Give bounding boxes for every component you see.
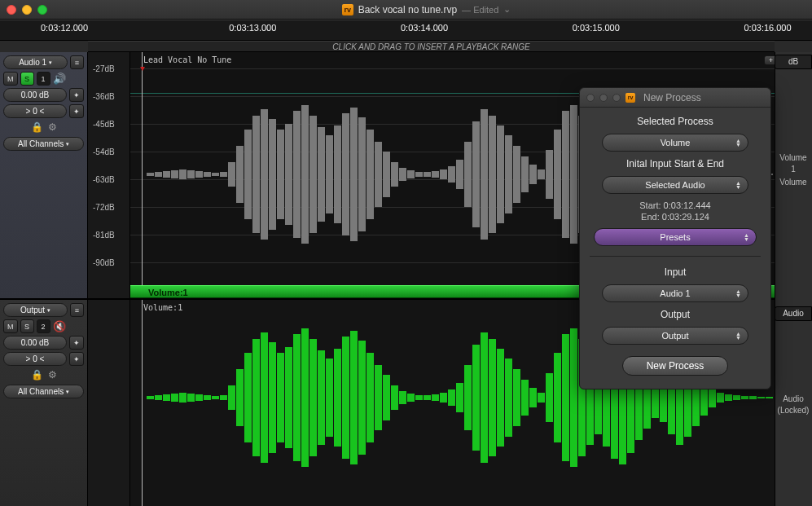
dialog-titlebar[interactable]: rv New Process <box>580 88 770 108</box>
mute-button[interactable]: M <box>3 72 18 86</box>
svg-rect-41 <box>464 142 472 207</box>
svg-rect-19 <box>285 124 292 225</box>
selected-process-select[interactable]: Volume ▲▼ <box>602 134 748 152</box>
gain-adjust-button[interactable]: ✦ <box>69 88 84 102</box>
pan-field[interactable]: > 0 < <box>3 352 67 366</box>
svg-rect-23 <box>318 127 325 222</box>
solo-button[interactable]: S <box>20 319 34 333</box>
svg-rect-104 <box>326 359 333 437</box>
svg-rect-100 <box>293 334 301 461</box>
dialog-zoom-button[interactable] <box>612 94 621 102</box>
svg-rect-111 <box>383 375 390 420</box>
svg-rect-86 <box>179 393 187 403</box>
svg-rect-92 <box>228 385 235 410</box>
svg-rect-82 <box>147 396 154 399</box>
svg-rect-126 <box>505 359 512 437</box>
channels-select[interactable]: All Channels ▾ <box>3 385 84 398</box>
timeline-ruler[interactable]: 0:03:12.000 0:03:13.0000:03:14.0000:03:1… <box>0 20 812 41</box>
edited-indicator[interactable]: — Edited <box>462 5 498 15</box>
svg-rect-28 <box>358 117 366 231</box>
input-range-select[interactable]: Selected Audio ▲▼ <box>602 176 748 194</box>
track-menu-button[interactable]: ≡ <box>70 303 84 317</box>
svg-rect-17 <box>269 119 276 230</box>
svg-rect-117 <box>432 394 439 401</box>
track-name-select[interactable]: Output ▾ <box>3 303 68 317</box>
gain-field[interactable]: 0.00 dB <box>3 336 67 350</box>
zoom-window-button[interactable] <box>37 5 47 15</box>
svg-rect-20 <box>293 111 301 238</box>
ruler-tick: 0:03:16.000 <box>744 23 792 33</box>
ruler-tick: 0:03:12.000 <box>41 23 88 33</box>
solo-button[interactable]: S <box>20 72 34 86</box>
svg-rect-2 <box>147 173 154 176</box>
channels-select[interactable]: All Channels ▾ <box>3 137 84 151</box>
svg-rect-38 <box>440 169 447 179</box>
gain-adjust-button[interactable]: ✦ <box>69 336 84 350</box>
select-arrows-icon: ▲▼ <box>744 233 749 241</box>
dialog-close-button[interactable] <box>586 94 595 102</box>
db-label: -27dB <box>93 64 115 73</box>
svg-rect-51 <box>546 150 553 199</box>
playback-range-hint[interactable]: CLICK AND DRAG TO INSERT A PLAYBACK RANG… <box>88 41 775 52</box>
lock-icon[interactable]: 🔒 <box>31 121 43 133</box>
svg-rect-97 <box>269 342 276 453</box>
track-header-audio1: Audio 1 ▾ ≡ M S 1 🔊 0.00 dB ✦ > 0 < ✦ 🔒 … <box>0 52 88 298</box>
clip-name-label: Volume:1 <box>143 303 182 312</box>
svg-rect-22 <box>309 116 317 233</box>
svg-rect-95 <box>252 339 260 456</box>
gear-icon[interactable]: ⚙ <box>48 121 57 133</box>
pan-adjust-button[interactable]: ✦ <box>69 104 84 118</box>
svg-rect-5 <box>171 170 178 178</box>
output-select[interactable]: Output ▲▼ <box>602 327 748 345</box>
output-label: Output <box>661 309 690 320</box>
db-label: -90dB <box>93 258 115 267</box>
gear-icon[interactable]: ⚙ <box>48 369 57 381</box>
svg-rect-89 <box>204 395 211 400</box>
locked-label: (Locked) <box>776 406 810 415</box>
svg-rect-113 <box>399 391 406 404</box>
volume-label-2: Volume <box>776 178 810 187</box>
app-icon: rv <box>625 93 635 103</box>
svg-rect-130 <box>538 393 545 403</box>
track-menu-button[interactable]: ≡ <box>70 55 84 69</box>
input-label: Input <box>665 266 687 278</box>
db-tab[interactable]: dB <box>775 55 812 69</box>
pan-adjust-button[interactable]: ✦ <box>69 352 84 366</box>
svg-rect-102 <box>309 339 317 456</box>
svg-rect-154 <box>733 395 740 400</box>
svg-rect-15 <box>252 116 260 233</box>
lock-icon[interactable]: 🔒 <box>31 369 43 381</box>
svg-rect-40 <box>456 160 463 189</box>
edited-chevron-icon[interactable]: ⌄ <box>503 4 511 15</box>
track-number: 1 <box>37 72 50 86</box>
close-window-button[interactable] <box>7 5 16 15</box>
select-arrows-icon: ▲▼ <box>735 289 741 297</box>
marker-icon[interactable] <box>140 67 145 72</box>
svg-rect-153 <box>725 394 732 401</box>
new-process-button[interactable]: New Process <box>622 356 728 376</box>
svg-rect-107 <box>350 331 358 464</box>
svg-rect-10 <box>212 173 219 176</box>
svg-rect-47 <box>513 146 520 203</box>
track-name-select[interactable]: Audio 1 ▾ <box>3 55 68 69</box>
svg-rect-118 <box>440 393 447 403</box>
input-select[interactable]: Audio 1 ▲▼ <box>602 284 748 302</box>
svg-rect-123 <box>481 332 488 463</box>
svg-rect-9 <box>204 172 211 177</box>
mute-button[interactable]: M <box>3 319 18 333</box>
presets-select[interactable]: Presets ▲▼ <box>594 228 757 246</box>
pan-field[interactable]: > 0 < <box>3 104 67 118</box>
window-controls <box>7 5 47 15</box>
svg-rect-114 <box>407 394 415 402</box>
speaker-icon[interactable]: 🔊 <box>53 73 66 85</box>
gain-field[interactable]: 0.00 dB <box>3 88 67 102</box>
svg-rect-94 <box>244 353 252 442</box>
svg-rect-12 <box>228 162 235 187</box>
svg-rect-91 <box>220 395 227 400</box>
audio-tab[interactable]: Audio <box>775 306 812 321</box>
speaker-muted-icon[interactable]: 🔇 <box>53 320 66 332</box>
dialog-minimize-button[interactable] <box>599 94 608 102</box>
input-start-end-label: Inital Input Start & End <box>626 158 724 169</box>
minimize-window-button[interactable] <box>22 5 32 15</box>
svg-rect-151 <box>709 388 716 407</box>
